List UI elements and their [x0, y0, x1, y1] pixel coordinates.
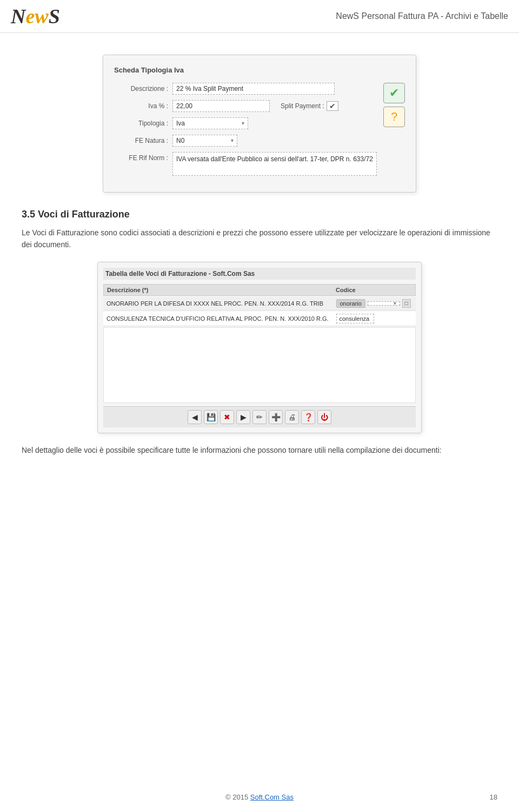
split-payment-label: Split Payment : [281, 102, 324, 110]
header: N e w S NewS Personal Fattura PA - Archi… [0, 0, 519, 33]
fe-rif-norm-input[interactable]: IVA versata dall'Ente Pubblico ai sensi … [172, 152, 377, 176]
col-descrizione-header: Descrizione (*) [107, 287, 336, 293]
row1-code-cell: onorario □ [336, 299, 413, 308]
bottom-text: Nel dettaglio delle voci è possibile spe… [22, 444, 497, 456]
toolbar-save-button[interactable]: 💾 [204, 410, 218, 424]
col-codice-header: Codice [336, 287, 412, 293]
section-35-heading: 3.5 Voci di Fatturazione [22, 209, 497, 220]
page-number: 18 [490, 793, 497, 801]
toolbar-print-button[interactable]: 🖨 [285, 410, 299, 424]
tipologia-select[interactable]: Iva [172, 117, 248, 129]
fe-natura-select[interactable]: N0 [172, 135, 237, 147]
row1-code-select[interactable] [368, 301, 400, 306]
tipologia-select-wrapper: Iva [172, 117, 248, 129]
row1-code-select-wrapper [368, 301, 400, 306]
row2-desc: CONSULENZA TECNICA D'UFFICIO RELATIVA AL… [107, 315, 336, 322]
footer: © 2015 Soft.Com Sas [0, 793, 519, 801]
confirm-button[interactable]: ✔ [383, 83, 405, 103]
toolbar-exit-button[interactable]: ⏻ [317, 410, 331, 424]
fe-rif-norm-label: FE Rif Norm : [114, 152, 168, 162]
toolbar-add-button[interactable]: ➕ [269, 410, 283, 424]
split-payment-checkbox[interactable]: ✔ [327, 101, 338, 111]
iva-dialog-title: Scheda Tipologia Iva [114, 66, 405, 74]
footer-link[interactable]: Soft.Com Sas [250, 793, 294, 801]
iva-label: Iva % : [114, 102, 168, 110]
toolbar-help-button[interactable]: ❓ [301, 410, 315, 424]
table-header-row: Descrizione (*) Codice [103, 284, 416, 296]
row1-desc: ONORARIO PER LA DIFESA DI XXXX NEL PROC.… [107, 300, 336, 307]
logo-e: e [25, 4, 35, 28]
main-content: Scheda Tipologia Iva Descrizione : 22 % … [0, 33, 519, 478]
table-row[interactable]: ONORARIO PER LA DIFESA DI XXXX NEL PROC.… [103, 297, 416, 311]
row1-edit-icon[interactable]: □ [402, 299, 411, 308]
toolbar-delete-button[interactable]: ✖ [220, 410, 234, 424]
voci-table-dialog: Tabella delle Voci di Fatturazione - Sof… [97, 262, 422, 433]
logo-w: w [35, 4, 48, 28]
table-empty-area [103, 327, 416, 403]
toolbar: ◀ 💾 ✖ ▶ ✏ ➕ 🖨 ❓ ⏻ [103, 406, 416, 427]
iva-dialog-form: Descrizione : 22 % Iva Split Payment Iva… [114, 83, 378, 181]
row2-code-cell: consulenza [336, 314, 413, 324]
voci-table-title: Tabella delle Voci di Fatturazione - Sof… [103, 268, 416, 280]
logo-n: N [11, 4, 25, 28]
descrizione-row: Descrizione : 22 % Iva Split Payment [114, 83, 378, 95]
descrizione-input[interactable]: 22 % Iva Split Payment [172, 83, 335, 95]
tipologia-label: Tipologia : [114, 120, 168, 127]
logo-s: S [49, 4, 60, 28]
table-row[interactable]: CONSULENZA TECNICA D'UFFICIO RELATIVA AL… [103, 312, 416, 326]
toolbar-edit-button[interactable]: ✏ [252, 410, 267, 424]
header-title: NewS Personal Fattura PA - Archivi e Tab… [336, 11, 508, 21]
footer-copyright: © 2015 [225, 793, 248, 801]
tipologia-row: Tipologia : Iva [114, 117, 378, 129]
help-button[interactable]: ? [383, 107, 405, 127]
question-icon: ? [391, 110, 397, 124]
descrizione-label: Descrizione : [114, 85, 168, 93]
iva-dialog: Scheda Tipologia Iva Descrizione : 22 % … [103, 55, 416, 193]
row2-code-input[interactable]: consulenza [336, 314, 374, 324]
toolbar-back-button[interactable]: ◀ [188, 410, 202, 424]
section-35-text: Le Voci di Fatturazione sono codici asso… [22, 227, 497, 251]
fe-natura-label: FE Natura : [114, 137, 168, 144]
split-payment-area: Split Payment : ✔ [281, 101, 338, 111]
iva-row: Iva % : 22,00 Split Payment : ✔ [114, 100, 378, 112]
iva-dialog-inner: Descrizione : 22 % Iva Split Payment Iva… [114, 83, 405, 181]
dialog-side-buttons: ✔ ? [383, 83, 405, 127]
check-icon: ✔ [389, 86, 399, 100]
row1-code-badge: onorario [336, 299, 365, 308]
fe-natura-row: FE Natura : N0 [114, 135, 378, 147]
toolbar-forward-button[interactable]: ▶ [236, 410, 250, 424]
fe-natura-select-wrapper: N0 [172, 135, 237, 147]
logo: N e w S [11, 4, 60, 28]
split-check-mark: ✔ [329, 102, 336, 110]
fe-rif-norm-row: FE Rif Norm : IVA versata dall'Ente Pubb… [114, 152, 378, 176]
iva-input[interactable]: 22,00 [172, 100, 270, 112]
